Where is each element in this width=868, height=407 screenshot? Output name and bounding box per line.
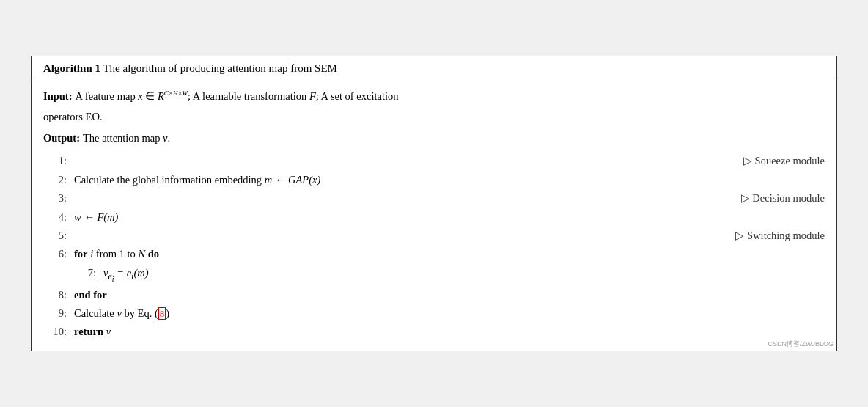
step-6-from: from 1 to xyxy=(96,248,136,260)
step-1-num: 1: xyxy=(43,152,67,170)
algorithm-box: Algorithm 1 The algorithm of producing a… xyxy=(31,56,837,351)
output-text: The attention map v. xyxy=(83,129,170,147)
step-8: 8: end for xyxy=(43,286,825,304)
step-9-content: Calculate v by Eq. (8) xyxy=(74,304,825,323)
step-1: 1: ▷ Squeeze module xyxy=(43,152,825,170)
algorithm-body: Input: A feature map x ∈ RC×H×W; A learn… xyxy=(32,81,836,350)
step-3: 3: ▷ Decision module xyxy=(43,189,825,208)
input-text: A feature map x ∈ RC×H×W; A learnable tr… xyxy=(76,87,399,106)
step-6: 6: for i from 1 to N do xyxy=(43,245,825,263)
step-7-content: vei = ei(m) xyxy=(103,264,825,286)
step-4-num: 4: xyxy=(43,208,67,227)
step-8-endfor: end for xyxy=(74,289,107,301)
step-3-comment: ▷ Decision module xyxy=(741,189,825,208)
step-6-for: for xyxy=(74,248,88,260)
step-4-content: w ← F(m) xyxy=(74,208,825,227)
step-2-math: m ← GAP(x) xyxy=(265,174,321,186)
step-6-i: i xyxy=(90,248,96,260)
step-6-content: for i from 1 to N do xyxy=(74,245,825,263)
step-9: 9: Calculate v by Eq. (8) xyxy=(43,304,825,323)
step-8-num: 8: xyxy=(43,286,67,304)
step-7-math: vei = ei(m) xyxy=(103,267,149,279)
step-10-return: return xyxy=(74,326,103,337)
input-label: Input: xyxy=(43,87,73,106)
step-10-num: 10: xyxy=(43,323,67,341)
output-label: Output: xyxy=(43,129,80,147)
step-4-math: w ← F(m) xyxy=(74,211,118,223)
step-3-num: 3: xyxy=(43,189,67,208)
step-9-num: 9: xyxy=(43,304,67,323)
step-5-num: 5: xyxy=(43,227,67,245)
step-10-v: v xyxy=(106,326,111,337)
output-v: v xyxy=(163,132,167,144)
step-6-do: do xyxy=(148,248,159,260)
algorithm-number: Algorithm 1 xyxy=(43,62,100,74)
input-operators: operators EO. xyxy=(43,108,103,126)
input-x: x xyxy=(138,90,142,102)
step-10: 10: return v xyxy=(43,323,825,341)
step-6-num: 6: xyxy=(43,245,67,263)
input-F: F xyxy=(309,90,316,102)
step-5: 5: ▷ Switching module xyxy=(43,227,825,245)
step-8-content: end for xyxy=(74,286,825,304)
input-line-2: operators EO. xyxy=(43,108,825,126)
input-line: Input: A feature map x ∈ RC×H×W; A learn… xyxy=(43,87,825,106)
step-2-num: 2: xyxy=(43,171,67,189)
algorithm-title-text: The algorithm of producing attention map… xyxy=(103,62,337,74)
algorithm-header: Algorithm 1 The algorithm of producing a… xyxy=(32,56,836,81)
step-6-N: N xyxy=(138,248,147,260)
step-7: 7: vei = ei(m) xyxy=(43,264,825,286)
step-7-num: 7: xyxy=(73,264,96,282)
input-R: RC×H×W xyxy=(158,90,188,102)
step-10-content: return v xyxy=(74,323,825,341)
watermark: CSDN博客/ZWJBLOG xyxy=(768,340,834,349)
step-2-content: Calculate the global information embeddi… xyxy=(74,171,825,189)
step-4: 4: w ← F(m) xyxy=(43,208,825,227)
algorithm-title: Algorithm 1 The algorithm of producing a… xyxy=(43,62,337,74)
step-9-v: v xyxy=(117,307,121,319)
step-2: 2: Calculate the global information embe… xyxy=(43,171,825,189)
output-line: Output: The attention map v. xyxy=(43,129,825,147)
step-5-comment: ▷ Switching module xyxy=(735,227,825,245)
step-9-ref[interactable]: 8 xyxy=(158,307,166,320)
step-1-comment: ▷ Squeeze module xyxy=(743,152,825,170)
